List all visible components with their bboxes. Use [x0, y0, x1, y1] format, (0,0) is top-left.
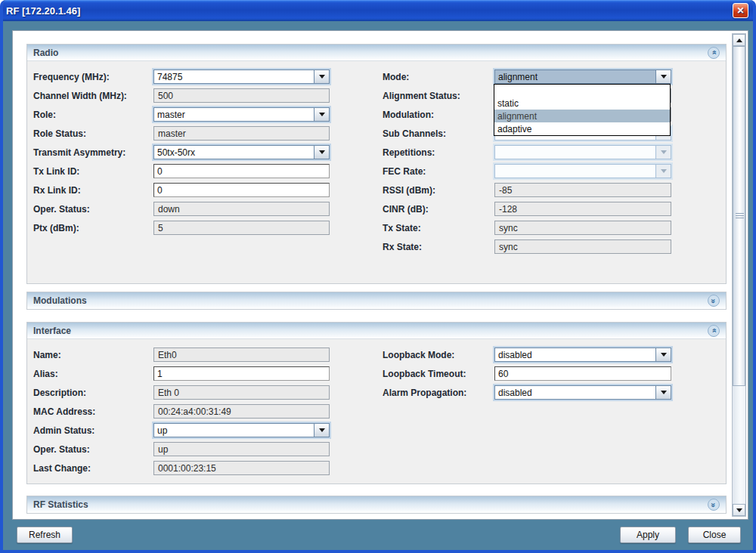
- window-title: RF [172.20.1.46]: [6, 5, 80, 17]
- scroll-down-button[interactable]: [733, 504, 745, 516]
- refresh-button[interactable]: Refresh: [17, 527, 73, 543]
- field-label: RSSI (dBm):: [383, 185, 494, 196]
- field-label: FEC Rate:: [383, 166, 494, 177]
- dropdown-option-alignment[interactable]: alignment: [494, 110, 670, 122]
- field-label: Tx Link ID:: [33, 166, 153, 177]
- form-row: MAC Address: 00:24:a4:00:31:49: [33, 402, 330, 421]
- title-bar[interactable]: RF [172.20.1.46] ✕: [0, 0, 756, 21]
- form-row: Oper. Status: up: [33, 440, 330, 459]
- form-row: Frequency (MHz): 74875: [33, 67, 330, 86]
- field-label: Sub Channels:: [383, 128, 494, 139]
- field-label: Last Change:: [33, 463, 153, 474]
- form-row: Admin Status: up: [33, 421, 330, 440]
- dropdown-option-adaptive[interactable]: adaptive: [494, 122, 670, 135]
- field-label: Alignment Status:: [383, 91, 494, 101]
- radio-section: Radio » Frequency (MHz): 74875 Channel W…: [26, 44, 727, 284]
- chevron-down-icon[interactable]: [314, 424, 329, 437]
- interface-section-header[interactable]: Interface »: [27, 323, 726, 339]
- field-label: Rx State:: [383, 242, 494, 252]
- scrollbar-thumb[interactable]: [733, 46, 745, 386]
- field-label: Oper. Status:: [33, 444, 153, 455]
- alias-input[interactable]: [153, 366, 330, 381]
- field-label: Alarm Propagation:: [383, 388, 494, 398]
- field-label: Loopback Timeout:: [383, 369, 494, 379]
- mode-combobox[interactable]: alignment: [494, 70, 671, 84]
- role-status-field: master: [153, 126, 330, 141]
- modulations-section: Modulations »: [26, 292, 727, 310]
- tx-state-field: sync: [494, 221, 671, 235]
- admin-status-combobox[interactable]: up: [153, 423, 330, 437]
- name-field: Eth0: [153, 348, 330, 362]
- field-label: Rx Link ID:: [33, 185, 153, 196]
- transmit-asymmetry-combobox[interactable]: 50tx-50rx: [153, 145, 330, 159]
- dropdown-option-static[interactable]: static: [494, 97, 670, 110]
- form-row: Role: master: [33, 105, 330, 124]
- role-combobox[interactable]: master: [153, 107, 330, 122]
- form-row: Rx State: sync: [383, 237, 671, 256]
- rf-statistics-section-header[interactable]: RF Statistics »: [27, 496, 726, 513]
- close-button[interactable]: Close: [688, 527, 741, 543]
- chevron-down-icon: [655, 146, 671, 159]
- radio-section-header[interactable]: Radio »: [27, 45, 726, 61]
- frequency-combobox[interactable]: 74875: [153, 70, 330, 84]
- field-label: Loopback Mode:: [383, 350, 494, 360]
- chevron-down-icon[interactable]: [314, 70, 329, 83]
- loopback-mode-combobox[interactable]: disabled: [494, 348, 671, 362]
- rf-dialog-window: RF [172.20.1.46] ✕ Radio » Frequency (MH…: [0, 0, 756, 553]
- radio-section-body: Frequency (MHz): 74875 Channel Width (MH…: [27, 61, 726, 283]
- expand-chevron-icon[interactable]: »: [708, 295, 720, 307]
- chevron-down-icon[interactable]: [655, 348, 671, 361]
- scroll-up-button[interactable]: [733, 34, 745, 46]
- vertical-scrollbar[interactable]: [732, 33, 746, 517]
- chevron-down-icon[interactable]: [655, 70, 671, 83]
- footer-bar: Refresh Apply Close: [3, 520, 753, 550]
- field-label: Mode:: [383, 72, 494, 82]
- field-label: Oper. Status:: [33, 204, 153, 215]
- chevron-down-icon: [655, 165, 671, 178]
- field-label: Alias:: [33, 369, 153, 379]
- description-field: Eth 0: [153, 385, 330, 400]
- loopback-timeout-input[interactable]: [494, 366, 671, 381]
- rf-statistics-section: RF Statistics »: [26, 496, 727, 514]
- field-label: Name:: [33, 350, 153, 360]
- form-row: Alias:: [33, 364, 330, 383]
- field-label: Admin Status:: [33, 425, 153, 436]
- apply-button[interactable]: Apply: [620, 527, 676, 543]
- form-row: Last Change: 0001:00:23:15: [33, 459, 330, 477]
- field-label: MAC Address:: [33, 406, 153, 417]
- alarm-propagation-combobox[interactable]: disabled: [494, 385, 671, 400]
- field-label: Role:: [33, 110, 153, 120]
- collapse-chevron-icon[interactable]: »: [708, 325, 720, 337]
- arrow-down-icon: [736, 508, 742, 512]
- tx-link-id-input[interactable]: [153, 164, 330, 178]
- field-label: Tx State:: [383, 223, 494, 233]
- form-row: Channel Width (MHz): 500: [33, 86, 330, 105]
- mode-dropdown-list: static alignment adaptive: [494, 84, 671, 136]
- arrow-up-icon: [736, 39, 742, 42]
- rx-link-id-input[interactable]: [153, 183, 330, 197]
- fec-rate-combobox: [494, 164, 671, 178]
- form-row: Tx Link ID:: [33, 162, 330, 181]
- chevron-down-icon[interactable]: [314, 146, 329, 159]
- field-label: Modulation:: [383, 110, 494, 120]
- last-change-field: 0001:00:23:15: [153, 461, 330, 475]
- field-label: CINR (dB):: [383, 204, 494, 215]
- interface-section-title: Interface: [33, 326, 71, 336]
- chevron-down-icon[interactable]: [655, 386, 671, 399]
- field-label: Channel Width (MHz):: [33, 91, 153, 101]
- collapse-chevron-icon[interactable]: »: [708, 47, 720, 59]
- modulations-section-header[interactable]: Modulations »: [27, 292, 726, 309]
- interface-section: Interface » Name: Eth0 Alias: Descriptio…: [26, 322, 727, 484]
- close-window-button[interactable]: ✕: [733, 3, 748, 18]
- form-row: Ptx (dBm): 5: [33, 218, 330, 237]
- oper-status-field: down: [153, 202, 330, 216]
- chevron-down-icon[interactable]: [314, 108, 329, 121]
- field-label: Role Status:: [33, 128, 153, 139]
- form-row: Tx State: sync: [383, 218, 671, 237]
- form-row: Name: Eth0: [33, 345, 330, 364]
- dropdown-option[interactable]: [494, 85, 670, 97]
- expand-chevron-icon[interactable]: »: [708, 499, 720, 511]
- form-row: Repetitions:: [383, 143, 671, 162]
- form-row: FEC Rate:: [383, 162, 671, 181]
- form-row: Role Status: master: [33, 124, 330, 143]
